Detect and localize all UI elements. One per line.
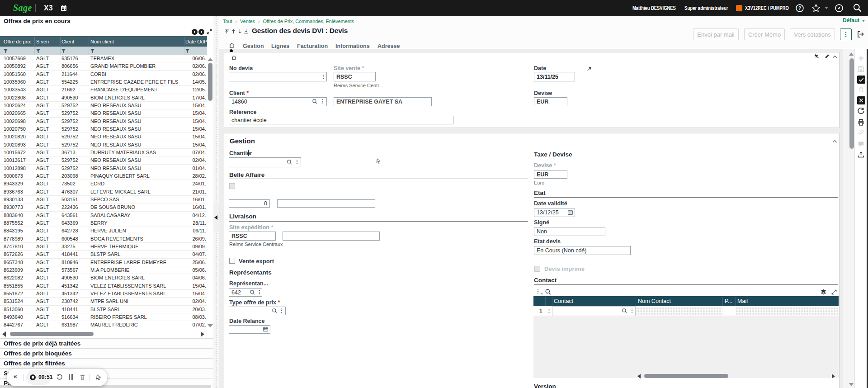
svg-text:?: ?	[798, 6, 801, 11]
